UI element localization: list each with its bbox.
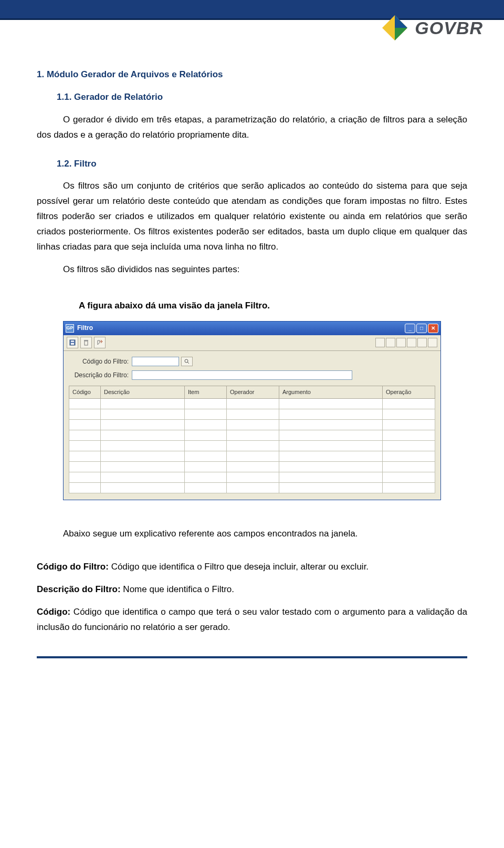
table-cell[interactable] (227, 472, 279, 483)
table-cell[interactable] (279, 409, 383, 420)
table-row[interactable] (69, 483, 435, 493)
save-icon[interactable] (67, 337, 78, 348)
table-cell[interactable] (227, 430, 279, 441)
table-cell[interactable] (279, 399, 383, 409)
table-cell[interactable] (69, 451, 101, 462)
table-cell[interactable] (69, 430, 101, 441)
table-cell[interactable] (279, 430, 383, 441)
export-icon[interactable] (94, 337, 106, 348)
h11-title: Gerador de Relatório (74, 92, 163, 102)
close-button[interactable]: ✕ (428, 324, 438, 333)
lookup-icon[interactable] (181, 357, 193, 366)
table-cell[interactable] (185, 462, 227, 472)
minimize-button[interactable]: _ (405, 324, 415, 333)
table-cell[interactable] (69, 472, 101, 483)
table-row[interactable] (69, 451, 435, 462)
table-cell[interactable] (101, 399, 185, 409)
table-row[interactable] (69, 399, 435, 409)
table-cell[interactable] (383, 441, 435, 451)
table-cell[interactable] (227, 441, 279, 451)
window-titlebar[interactable]: GP Filtro _ □ ✕ (64, 322, 440, 335)
table-row[interactable] (69, 441, 435, 451)
grid-header-row: Código Descrição Item Operador Argumento… (69, 386, 435, 399)
table-cell[interactable] (227, 420, 279, 430)
table-cell[interactable] (383, 399, 435, 409)
table-cell[interactable] (69, 399, 101, 409)
def1-text: Código que identifica o Filtro que desej… (109, 562, 369, 572)
table-cell[interactable] (279, 472, 383, 483)
table-cell[interactable] (185, 399, 227, 409)
table-cell[interactable] (279, 451, 383, 462)
paragraph-1-2-p1: Os filtros são um conjunto de critérios … (37, 179, 467, 254)
table-cell[interactable] (383, 472, 435, 483)
table-cell[interactable] (101, 441, 185, 451)
col-codigo[interactable]: Código (69, 386, 101, 399)
table-row[interactable] (69, 409, 435, 420)
nav-extra-icon[interactable] (428, 338, 437, 347)
table-cell[interactable] (227, 399, 279, 409)
table-cell[interactable] (279, 441, 383, 451)
table-cell[interactable] (185, 451, 227, 462)
descricao-input[interactable] (132, 370, 352, 380)
table-cell[interactable] (185, 472, 227, 483)
def2-text: Nome que identifica o Filtro. (121, 584, 234, 594)
table-cell[interactable] (69, 409, 101, 420)
table-cell[interactable] (383, 430, 435, 441)
footer-rule (37, 656, 467, 658)
col-item[interactable]: Item (185, 386, 227, 399)
table-cell[interactable] (279, 483, 383, 493)
table-cell[interactable] (383, 462, 435, 472)
table-cell[interactable] (101, 451, 185, 462)
table-row[interactable] (69, 462, 435, 472)
nav-last-icon[interactable] (407, 338, 416, 347)
table-cell[interactable] (101, 472, 185, 483)
maximize-button[interactable]: □ (416, 324, 427, 333)
nav-print-icon[interactable] (417, 338, 427, 347)
table-row[interactable] (69, 420, 435, 430)
col-operador[interactable]: Operador (227, 386, 279, 399)
figure-caption: A figura abaixo dá uma visão da janela F… (79, 298, 467, 314)
def2-label: Descrição do Filtro: (37, 584, 121, 594)
heading-1-2: 1.2. Filtro (37, 157, 467, 172)
nav-prev-icon[interactable] (386, 338, 395, 347)
filter-grid[interactable]: Código Descrição Item Operador Argumento… (69, 386, 435, 493)
table-cell[interactable] (101, 483, 185, 493)
table-cell[interactable] (227, 409, 279, 420)
col-descricao[interactable]: Descrição (101, 386, 185, 399)
table-cell[interactable] (227, 451, 279, 462)
nav-next-icon[interactable] (396, 338, 406, 347)
window-title: Filtro (77, 323, 93, 333)
h12-number: 1.2. (57, 159, 71, 169)
table-cell[interactable] (383, 409, 435, 420)
table-cell[interactable] (101, 420, 185, 430)
table-cell[interactable] (185, 430, 227, 441)
svg-rect-6 (85, 341, 88, 345)
col-operacao[interactable]: Operação (383, 386, 435, 399)
table-cell[interactable] (383, 420, 435, 430)
col-argumento[interactable]: Argumento (279, 386, 383, 399)
table-cell[interactable] (185, 483, 227, 493)
table-cell[interactable] (227, 462, 279, 472)
table-cell[interactable] (69, 441, 101, 451)
nav-first-icon[interactable] (375, 338, 385, 347)
table-cell[interactable] (279, 462, 383, 472)
table-cell[interactable] (69, 483, 101, 493)
table-cell[interactable] (101, 462, 185, 472)
def-codigo: Código: Código que identifica o campo qu… (37, 605, 467, 635)
table-cell[interactable] (383, 451, 435, 462)
page-header: GOVBR (0, 20, 504, 67)
table-cell[interactable] (101, 409, 185, 420)
codigo-input[interactable] (132, 357, 179, 366)
table-cell[interactable] (383, 483, 435, 493)
table-row[interactable] (69, 430, 435, 441)
table-cell[interactable] (185, 441, 227, 451)
table-cell[interactable] (69, 462, 101, 472)
table-cell[interactable] (279, 420, 383, 430)
delete-icon[interactable] (80, 337, 92, 348)
table-cell[interactable] (227, 483, 279, 493)
table-cell[interactable] (185, 409, 227, 420)
table-cell[interactable] (185, 420, 227, 430)
table-cell[interactable] (101, 430, 185, 441)
table-row[interactable] (69, 472, 435, 483)
table-cell[interactable] (69, 420, 101, 430)
